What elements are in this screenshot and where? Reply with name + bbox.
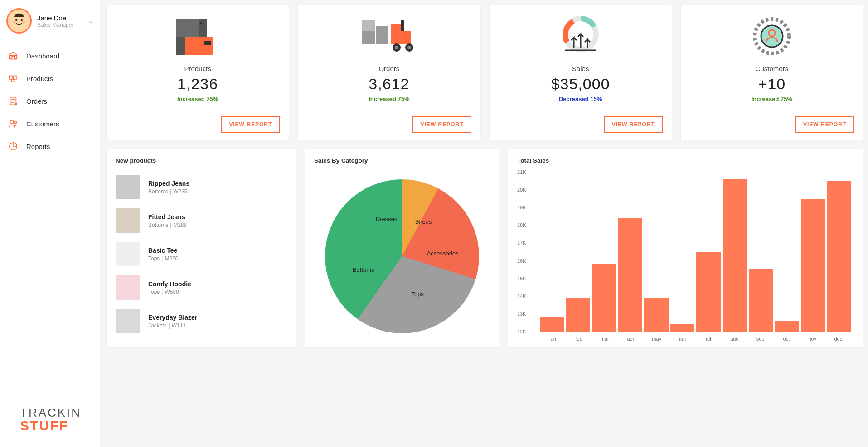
product-meta: Bottoms|W235: [148, 188, 189, 195]
svg-rect-32: [401, 20, 404, 31]
list-item[interactable]: Fitted JeansBottoms|M188: [116, 204, 281, 237]
pie-slice-label: Dresses: [376, 215, 398, 222]
brand-logo: TRACKIN STUFF: [20, 406, 81, 433]
home-icon: [8, 51, 18, 61]
svg-rect-6: [10, 76, 13, 79]
panel-total-sales: Total Sales janfebmaraprmayjunjulaugsepo…: [508, 149, 863, 348]
svg-rect-27: [391, 24, 401, 31]
nav-list: Dashboard Products Orders Customers: [6, 44, 93, 158]
svg-rect-20: [176, 37, 185, 55]
svg-point-4: [22, 21, 25, 24]
y-axis-tick: 12K: [517, 329, 526, 334]
view-report-button[interactable]: VIEW REPORT: [795, 116, 854, 133]
card-change: Increased 75%: [177, 96, 218, 102]
bar: [644, 298, 669, 332]
svg-rect-5: [10, 55, 17, 59]
svg-point-30: [395, 46, 398, 49]
product-thumb: [116, 175, 140, 199]
bar: [827, 181, 851, 332]
x-axis-tick: sep: [747, 336, 773, 341]
card-value: 3,612: [369, 75, 409, 93]
panel-new-products: New products Ripped JeansBottoms|W235Fit…: [106, 149, 296, 348]
sidebar-item-customers[interactable]: Customers: [6, 112, 93, 135]
svg-rect-24: [362, 20, 375, 31]
product-thumb: [116, 309, 140, 333]
svg-point-3: [13, 21, 16, 24]
svg-point-14: [10, 120, 14, 124]
bar: [749, 269, 773, 332]
sidebar-item-label: Reports: [26, 143, 50, 150]
card-value: $35,000: [551, 75, 610, 93]
y-axis-tick: 21K: [517, 169, 526, 175]
users-icon: [8, 119, 18, 129]
card-label: Products: [184, 65, 211, 72]
card-label: Customers: [756, 65, 789, 72]
kpi-cards: Products 1,236 Increased 75% VIEW REPORT…: [106, 5, 863, 140]
sidebar-item-orders[interactable]: Orders: [6, 90, 93, 112]
product-name: Ripped Jeans: [148, 180, 189, 187]
card-sales: Sales $35,000 Decreased 15% VIEW REPORT: [489, 5, 672, 140]
bar-chart: janfebmaraprmayjunjulaugsepoctnovdec 12K…: [517, 170, 854, 342]
svg-rect-8: [11, 79, 15, 82]
user-role: Sales Manager: [37, 22, 74, 28]
y-axis-tick: 17K: [517, 240, 526, 245]
x-axis-tick: mar: [592, 336, 618, 341]
list-item[interactable]: Beach HatAccessories|W322: [116, 338, 281, 342]
product-meta: Tops|W580: [148, 289, 191, 295]
list-item[interactable]: Everyday BlazerJackets|W111: [116, 304, 281, 338]
product-name: Everyday Blazer: [148, 314, 197, 321]
bar: [801, 199, 825, 332]
pie-slice-label: Accessories: [427, 250, 459, 257]
bar: [540, 317, 564, 332]
view-report-button[interactable]: VIEW REPORT: [604, 116, 663, 133]
box-icon: [8, 73, 18, 83]
card-customers: Customers +10 Increased 75% VIEW REPORT: [680, 5, 863, 140]
card-value: 1,236: [177, 75, 218, 93]
bar: [723, 179, 747, 332]
panel-title: Sales By Category: [314, 157, 490, 164]
customers-icon: [749, 16, 795, 57]
x-axis-tick: jun: [669, 336, 695, 341]
bar: [696, 252, 721, 332]
sidebar: Jane Doe Sales Manager ⌄ Dashboard Produ…: [0, 0, 100, 447]
svg-rect-23: [362, 31, 375, 44]
card-label: Sales: [572, 65, 589, 72]
list-item[interactable]: Comfy HoodieTops|W580: [116, 271, 281, 304]
card-products: Products 1,236 Increased 75% VIEW REPORT: [106, 5, 289, 140]
bar: [618, 218, 643, 332]
panel-sales-by-category: Sales By Category ShoesAccessoriesTopsBo…: [305, 149, 499, 348]
products-icon: [173, 16, 223, 57]
y-axis-tick: 13K: [517, 311, 526, 317]
bar: [592, 264, 616, 332]
panel-title: Total Sales: [517, 157, 854, 164]
product-name: Comfy Hoodie: [148, 280, 191, 288]
list-item[interactable]: Basic TeeTops|M050: [116, 237, 281, 271]
product-thumb: [116, 242, 140, 266]
sidebar-item-products[interactable]: Products: [6, 67, 93, 90]
sidebar-item-label: Products: [26, 75, 53, 82]
sidebar-item-label: Dashboard: [26, 52, 59, 60]
x-axis-tick: aug: [722, 336, 747, 341]
sidebar-item-reports[interactable]: Reports: [6, 135, 93, 158]
sidebar-item-dashboard[interactable]: Dashboard: [6, 44, 93, 67]
svg-rect-17: [176, 19, 199, 38]
svg-rect-21: [204, 41, 211, 45]
view-report-button[interactable]: VIEW REPORT: [412, 116, 471, 133]
product-meta: Jackets|W111: [148, 322, 197, 329]
y-axis-tick: 15K: [517, 276, 526, 281]
bar: [670, 324, 695, 332]
chevron-down-icon: ⌄: [88, 17, 93, 24]
list-item[interactable]: Ripped JeansBottoms|W235: [116, 170, 281, 204]
product-list[interactable]: Ripped JeansBottoms|W235Fitted JeansBott…: [116, 170, 287, 342]
pie-icon: [8, 141, 18, 151]
user-menu[interactable]: Jane Doe Sales Manager ⌄: [6, 8, 93, 34]
svg-rect-26: [391, 31, 411, 44]
view-report-button[interactable]: VIEW REPORT: [221, 116, 280, 133]
svg-point-31: [407, 46, 411, 49]
pie-slice-label: Bottoms: [353, 266, 374, 273]
svg-rect-18: [199, 19, 207, 38]
x-axis-tick: apr: [618, 336, 644, 341]
bar: [775, 321, 799, 332]
user-name: Jane Doe: [37, 14, 74, 22]
x-axis-tick: oct: [773, 336, 799, 341]
